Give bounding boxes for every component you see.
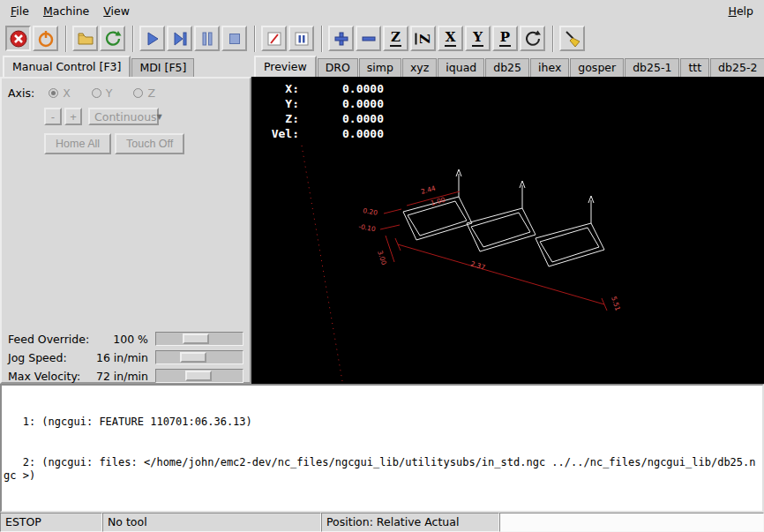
jog-plus-button[interactable]: + — [64, 108, 82, 125]
tab-mdi[interactable]: MDI [F5] — [131, 58, 194, 77]
reload-icon — [103, 29, 123, 49]
tab-preview[interactable]: Preview — [254, 56, 317, 77]
view-front-icon: Y — [472, 31, 483, 47]
broom-icon — [563, 29, 582, 49]
feed-override-thumb[interactable] — [183, 333, 209, 344]
tab-simp[interactable]: simp — [359, 58, 401, 77]
jog-mode-dropdown[interactable]: Continuous ▼ — [88, 108, 159, 125]
step-button[interactable] — [167, 26, 192, 51]
position-readout: X:0.0000 Y:0.0000 Z:0.0000 Vel:0.0000 — [258, 81, 384, 141]
view-side-icon: X — [445, 31, 457, 47]
clear-plot-button[interactable] — [559, 26, 585, 51]
rotate-view-button[interactable] — [520, 26, 545, 51]
open-file-button[interactable] — [72, 26, 98, 51]
view-rotated-top-button[interactable]: Z — [410, 26, 436, 51]
tab-db25-2[interactable]: db25-2 — [710, 58, 764, 77]
folder-icon — [76, 29, 95, 49]
manual-control-content: Axis: X Y Z - + Continuous — [0, 77, 251, 384]
dim-label: 2.44 — [420, 184, 437, 196]
feed-override-slider[interactable] — [155, 332, 243, 346]
toolpath-shape-3 — [536, 196, 604, 266]
rotate-icon — [523, 29, 543, 49]
jog-speed-value: 16 in/min — [94, 351, 148, 364]
axis-x-label: X — [63, 86, 71, 100]
max-velocity-slider[interactable] — [155, 369, 243, 383]
toolbar-separator — [254, 26, 256, 52]
tab-gosper[interactable]: gosper — [570, 58, 624, 77]
readout-z-label: Z: — [258, 111, 299, 126]
pause-button[interactable] — [194, 26, 220, 51]
axis-z-label: Z — [147, 86, 155, 100]
left-tabbar: Manual Control [F3] MDI [F5] — [0, 55, 251, 77]
view-side-button[interactable]: X — [438, 26, 463, 51]
menu-view[interactable]: View — [96, 2, 137, 20]
touch-off-button[interactable]: Touch Off — [115, 133, 184, 154]
tab-db25-1[interactable]: db25-1 — [625, 58, 679, 77]
zoom-out-button[interactable] — [356, 26, 381, 51]
tab-iquad[interactable]: iquad — [438, 58, 484, 77]
estop-button[interactable] — [5, 26, 31, 51]
run-button[interactable] — [139, 26, 165, 51]
tab-db25[interactable]: db25 — [485, 58, 529, 77]
step-icon — [170, 29, 190, 49]
readout-x-label: X: — [258, 81, 299, 96]
view-perspective-icon: P — [499, 31, 511, 47]
dim-label: -0.10 — [358, 222, 377, 233]
axis-radio-z[interactable]: Z — [133, 86, 155, 100]
statusbar-position: Position: Relative Actual — [321, 513, 499, 532]
axis-label: Axis: — [8, 86, 34, 100]
tab-dro[interactable]: DRO — [318, 58, 358, 77]
reload-file-button[interactable] — [100, 26, 125, 51]
gcode-log[interactable]: 1: (ngcgui: FEATURE 110701:06.36.13) 2: … — [0, 384, 764, 513]
home-all-button[interactable]: Home All — [44, 133, 111, 154]
statusbar-filler — [499, 513, 764, 532]
readout-z-value: 0.0000 — [299, 111, 384, 126]
stop-icon — [225, 29, 244, 49]
toolbar: Z Z X Y P — [0, 22, 764, 55]
run-icon — [143, 29, 162, 49]
radio-y-indicator — [92, 88, 101, 98]
readout-x-value: 0.0000 — [299, 81, 384, 96]
dim-label: 5.51 — [610, 296, 622, 312]
axis-radio-x[interactable]: X — [49, 86, 71, 100]
toolbar-separator — [132, 26, 134, 52]
machine-power-button[interactable] — [33, 26, 58, 51]
jog-speed-slider[interactable] — [155, 350, 243, 364]
feed-override-value: 100 % — [94, 333, 148, 346]
zoom-in-button[interactable] — [328, 26, 354, 51]
menu-machine[interactable]: Machine — [36, 2, 96, 20]
tab-xyz[interactable]: xyz — [402, 58, 437, 77]
right-tabbar: Preview DRO simp xyz iquad db25 ihex gos… — [251, 55, 764, 77]
tab-manual-control[interactable]: Manual Control [F3] — [3, 56, 131, 77]
statusbar: ESTOP No tool Position: Relative Actual — [0, 513, 764, 532]
statusbar-tool: No tool — [102, 513, 321, 532]
view-top-button[interactable]: Z — [383, 26, 408, 51]
power-icon — [36, 29, 56, 49]
view-front-button[interactable]: Y — [465, 26, 491, 51]
log-line: 1: (ngcgui: FEATURE 110701:06.36.13) — [4, 416, 756, 429]
readout-y-label: Y: — [258, 96, 299, 111]
stop-button[interactable] — [221, 26, 247, 51]
jog-minus-button[interactable]: - — [44, 108, 62, 125]
menu-file[interactable]: File — [4, 2, 36, 20]
readout-vel-value: 0.0000 — [299, 126, 384, 141]
estop-icon — [9, 29, 28, 49]
jog-speed-thumb[interactable] — [180, 352, 206, 363]
pause-icon — [198, 29, 217, 49]
max-velocity-thumb[interactable] — [185, 371, 212, 381]
toolbar-separator — [321, 26, 323, 52]
view-rotated-top-icon: Z — [415, 33, 431, 44]
view-perspective-button[interactable]: P — [492, 26, 518, 51]
tab-ttt[interactable]: ttt — [680, 58, 709, 77]
tab-ihex[interactable]: ihex — [530, 58, 569, 77]
block-delete-toggle[interactable] — [261, 26, 287, 51]
max-velocity-label: Max Velocity: — [8, 370, 80, 383]
axis-radio-y[interactable]: Y — [92, 86, 113, 100]
optional-stop-icon — [292, 29, 311, 49]
feed-override-label: Feed Override: — [8, 333, 89, 346]
preview-canvas[interactable]: X:0.0000 Y:0.0000 Z:0.0000 Vel:0.0000 — [251, 77, 764, 384]
zoom-in-icon — [332, 29, 351, 49]
menu-help[interactable]: Help — [721, 2, 760, 20]
optional-stop-toggle[interactable] — [288, 26, 314, 51]
view-top-icon: Z — [390, 31, 401, 47]
